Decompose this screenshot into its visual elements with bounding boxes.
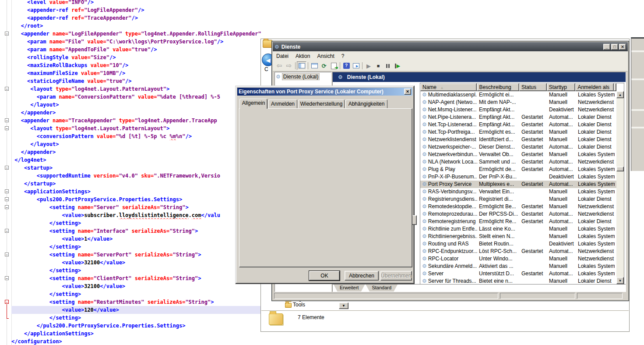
service-row[interactable]: ⚙NAP-Agent (Netwo...Mit dem NAP-...Manue… — [420, 99, 616, 106]
fold-marker[interactable]: − — [5, 205, 9, 209]
tab-allgemein[interactable]: Allgemein — [239, 99, 267, 109]
list-scrollbar[interactable]: ▲ ▼ — [616, 91, 624, 284]
service-row[interactable]: ⚙Net.Msmq-Listener...Empfängt Akt...Deak… — [420, 106, 616, 114]
fold-marker[interactable]: − — [5, 87, 9, 91]
fold-marker[interactable]: − — [5, 126, 9, 130]
forward-icon[interactable]: ⇨ — [284, 61, 294, 70]
column-header-name[interactable]: Name▲ — [420, 83, 477, 91]
service-row[interactable]: ⚙Plug & PlayErmöglicht de...GestartetAut… — [420, 166, 616, 173]
fold-marker[interactable]: − — [5, 253, 9, 256]
service-row[interactable]: ⚙Multimediaklassenpl...Ermöglicht ei...M… — [420, 91, 616, 99]
menu-help[interactable]: ? — [338, 52, 348, 60]
code-line: </appender> — [11, 109, 261, 117]
fold-marker[interactable]: − — [5, 32, 9, 36]
service-row[interactable]: ⚙Server für Threads...Bietet eine n...Ma… — [420, 277, 616, 285]
service-row[interactable]: ⚙NLA (Network Loca...Sammelt und ...Gest… — [420, 158, 616, 166]
fold-marker[interactable]: − — [5, 189, 9, 193]
service-row[interactable]: ⚙Richtlinienergebniss...Stellt einen N..… — [420, 233, 616, 240]
service-gear-icon: ⚙ — [422, 241, 427, 247]
tab-wiederherstellung[interactable]: Wiederherstellung — [298, 100, 345, 108]
tree-item-dienste-lokal[interactable]: ⚙ Dienste (Lokal) — [275, 72, 331, 81]
help-icon[interactable]: ? — [341, 61, 351, 70]
back-icon[interactable]: ⇦ — [274, 61, 284, 70]
column-header-beschreibung[interactable]: Beschreibung — [477, 83, 519, 91]
service-row[interactable]: ⚙Net.Tcp-Portfreiga...Ermöglicht es...Ge… — [420, 128, 616, 136]
service-cell: Lokales System — [576, 173, 615, 181]
service-row[interactable]: ⚙Richtlinie zum Entfe...Lässt eine Ko...… — [420, 225, 616, 233]
minimize-button[interactable]: _ — [603, 44, 610, 50]
column-header-status[interactable]: Status — [519, 83, 547, 91]
extended-view-icon[interactable]: ▶ — [351, 61, 361, 70]
scrollbar-thumb[interactable] — [616, 167, 624, 171]
service-gear-icon: ⚙ — [422, 263, 427, 269]
fold-marker[interactable]: − — [5, 276, 9, 280]
cancel-button[interactable]: Abbrechen — [345, 271, 379, 281]
menu-ansicht[interactable]: Ansicht — [313, 52, 338, 60]
divider — [631, 109, 644, 111]
tab-anmelden[interactable]: Anmelden — [268, 100, 297, 108]
service-row[interactable]: ⚙ServerUnterstützt D...GestartetAutomat.… — [420, 270, 616, 277]
dialog-titlebar[interactable]: Eigenschaften von Port Proxy Service (Lo… — [237, 88, 412, 96]
folder-icon-large — [269, 313, 283, 325]
ok-button[interactable]: OK — [309, 271, 340, 281]
dropdown-button[interactable]: ▼ — [339, 302, 348, 309]
service-gear-icon: ⚙ — [422, 196, 427, 202]
service-row[interactable]: ⚙PnP-X-IP-Busenum...Der PnP-X-Bu...Deakt… — [420, 173, 616, 181]
column-header-anmelden-als[interactable]: Anmelden als — [575, 83, 614, 91]
fold-marker[interactable]: − — [5, 229, 9, 233]
maximize-button[interactable]: □ — [611, 44, 618, 50]
code-line: <param name="ConversionPattern" value="%… — [11, 93, 261, 101]
column-header-starttyp[interactable]: Starttyp — [547, 83, 576, 91]
service-row[interactable]: ⚙Remotedesktopdie...Ermöglicht Be...Gest… — [420, 203, 616, 210]
service-row[interactable]: ⚙Port Proxy ServiceMultiplexes e...Gesta… — [420, 181, 616, 188]
service-row[interactable]: ⚙RAS-Verbindungsv...Verwaltet Ein...Manu… — [420, 188, 616, 196]
menu-aktion[interactable]: Aktion — [292, 52, 313, 60]
service-cell: Netzwerkdienst — [576, 106, 615, 114]
service-row[interactable]: ⚙RemoteregistrierungErmöglicht Re...Gest… — [420, 218, 616, 225]
fold-marker[interactable]: − — [5, 300, 9, 304]
tab-erweitert[interactable]: Erweitert — [334, 285, 365, 292]
service-row[interactable]: ⚙Registrierungsdiens...Registriert di...… — [420, 196, 616, 203]
service-cell — [520, 240, 547, 248]
service-cell: Lokaler Dienst — [576, 128, 615, 136]
apply-button[interactable]: Übernehmen — [380, 271, 412, 281]
start-service-icon[interactable]: ▶ — [364, 61, 373, 70]
scroll-up-icon[interactable]: ▲ — [616, 91, 624, 98]
fold-marker[interactable]: − — [5, 118, 9, 122]
fold-marker[interactable]: − — [5, 166, 9, 170]
service-cell: ⚙Net.Pipe-Listenera... — [420, 114, 477, 121]
service-cell — [520, 263, 547, 270]
service-row[interactable]: ⚙Remoteprozedurau...Der RPCSS-Di...Gesta… — [420, 210, 616, 218]
code-line: </setting> — [11, 314, 261, 322]
service-row[interactable]: ⚙Net.Pipe-Listenera...Empfängt Akt...Ges… — [420, 114, 616, 121]
service-row[interactable]: ⚙Sekundäre Anmeld...Aktiviert das ...Man… — [420, 263, 616, 270]
service-row[interactable]: ⚙NetzwerklistendienstIdentifiziert d...G… — [420, 136, 616, 143]
service-row[interactable]: ⚙Netzwerkverbindun...Verwaltet Ob...Gest… — [420, 151, 616, 158]
service-row[interactable]: ⚙Netzwerkspeicher-...Dieser Dienst...Ges… — [420, 143, 616, 151]
restart-service-icon[interactable]: ▶ — [393, 61, 402, 70]
service-cell — [520, 225, 547, 233]
service-row[interactable]: ⚙RPC-LocatorUnter Windo...ManuellNetzwer… — [420, 255, 616, 263]
menu-datei[interactable]: Datei — [273, 52, 292, 60]
tab-abhaengigkeiten[interactable]: Abhängigkeiten — [345, 100, 387, 108]
tab-standard[interactable]: Standard — [366, 285, 398, 292]
service-row[interactable]: ⚙Net.Tcp-Listenerad...Empfängt Akt...Ges… — [420, 121, 616, 128]
refresh-icon[interactable]: ⟳ — [319, 61, 329, 70]
service-cell — [520, 106, 547, 114]
properties-icon[interactable] — [310, 61, 319, 70]
service-row[interactable]: ⚙Routing und RASBietet Routin...Deaktivi… — [420, 240, 616, 248]
show-console-tree-icon[interactable] — [297, 61, 306, 70]
export-list-icon[interactable]: ➜ — [329, 61, 338, 70]
stop-service-icon[interactable]: ■ — [373, 61, 383, 70]
close-button[interactable]: ✕ — [619, 44, 626, 50]
scroll-down-icon[interactable]: ▼ — [616, 277, 624, 284]
folder-item[interactable]: Tools — [293, 302, 305, 308]
close-icon[interactable]: ✕ — [404, 89, 411, 95]
code-line: </setting> — [11, 243, 261, 251]
fold-marker[interactable]: − — [5, 197, 9, 201]
service-cell: Lokaler Dienst — [576, 196, 615, 203]
window-titlebar[interactable]: ⚙ Dienste _ □ ✕ — [273, 42, 628, 51]
code-line: <value>subscriber.lloydslistintelligence… — [11, 211, 261, 219]
pause-service-icon[interactable] — [383, 61, 393, 70]
service-row[interactable]: ⚙RPC-Endpunktzuor...Löst RPC-Sch...Gesta… — [420, 248, 616, 255]
